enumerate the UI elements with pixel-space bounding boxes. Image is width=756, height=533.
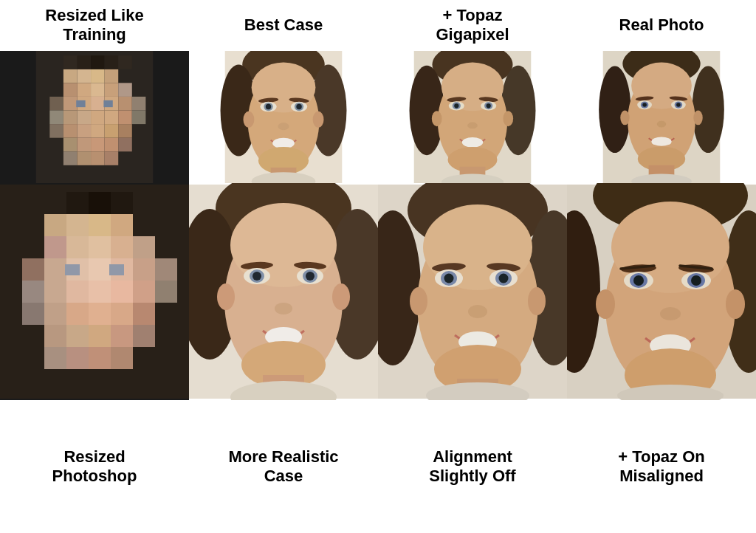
svg-rect-22: [118, 110, 132, 124]
svg-rect-30: [63, 137, 78, 151]
svg-rect-148: [44, 192, 66, 214]
svg-point-59: [296, 104, 301, 109]
svg-rect-116: [89, 236, 111, 258]
footer-topaz-misaligned: + Topaz OnMisaligned: [567, 400, 756, 533]
svg-rect-18: [63, 110, 78, 124]
svg-rect-127: [44, 281, 66, 303]
svg-point-85: [503, 111, 513, 126]
svg-rect-21: [105, 110, 119, 124]
svg-rect-114: [44, 236, 66, 258]
svg-rect-149: [66, 192, 89, 214]
svg-rect-146: [89, 347, 111, 369]
header-resized-training: Resized LikeTraining: [0, 0, 189, 51]
svg-point-82: [462, 137, 483, 148]
svg-rect-37: [91, 151, 105, 165]
svg-rect-133: [22, 303, 44, 325]
svg-rect-8: [105, 83, 119, 97]
svg-rect-129: [89, 281, 111, 303]
svg-rect-134: [44, 303, 66, 325]
svg-rect-138: [133, 303, 155, 325]
svg-point-190: [468, 305, 487, 318]
svg-rect-120: [44, 258, 66, 281]
svg-rect-118: [133, 236, 155, 258]
svg-point-167: [252, 272, 261, 281]
svg-rect-117: [111, 236, 133, 258]
image-best-case-top: [189, 51, 378, 184]
svg-rect-142: [111, 325, 133, 347]
svg-rect-11: [63, 97, 78, 111]
svg-rect-25: [63, 124, 78, 138]
svg-rect-13: [91, 97, 105, 111]
svg-point-84: [432, 111, 442, 126]
svg-rect-7: [91, 83, 105, 97]
svg-point-173: [332, 283, 350, 310]
svg-rect-24: [49, 124, 63, 138]
svg-point-58: [266, 104, 271, 109]
svg-rect-2: [77, 69, 91, 83]
svg-point-64: [313, 111, 324, 128]
svg-rect-145: [66, 347, 89, 369]
image-topaz-misaligned-bottom: [567, 183, 756, 400]
image-topaz-top: [378, 51, 567, 184]
svg-rect-26: [77, 124, 91, 138]
svg-rect-140: [66, 325, 89, 347]
svg-rect-124: [133, 258, 155, 281]
svg-point-214: [596, 289, 615, 319]
footer-alignment-off: AlignmentSlightly Off: [378, 400, 567, 533]
svg-rect-110: [44, 214, 66, 236]
svg-rect-10: [49, 97, 63, 111]
svg-rect-16: [132, 97, 146, 111]
svg-point-79: [454, 103, 458, 108]
image-pixelated-top: [0, 51, 189, 184]
svg-rect-38: [105, 151, 119, 165]
svg-rect-36: [77, 151, 91, 165]
svg-rect-113: [111, 214, 133, 236]
svg-point-189: [499, 274, 509, 283]
svg-point-80: [487, 103, 491, 108]
svg-point-193: [410, 287, 427, 315]
svg-rect-141: [89, 325, 111, 347]
svg-point-168: [306, 272, 315, 281]
svg-point-106: [693, 110, 702, 125]
svg-rect-4: [105, 69, 119, 83]
image-real-top: [567, 51, 756, 184]
footer-resized-photoshop: ResizedPhotoshop: [0, 400, 189, 533]
svg-rect-34: [118, 137, 132, 151]
svg-rect-45: [103, 100, 112, 107]
svg-rect-20: [91, 110, 105, 124]
svg-point-211: [660, 307, 681, 320]
svg-rect-32: [91, 137, 105, 151]
svg-rect-19: [77, 110, 91, 124]
svg-point-105: [620, 110, 629, 125]
svg-rect-42: [105, 55, 119, 69]
svg-rect-6: [77, 83, 91, 97]
svg-rect-132: [155, 281, 177, 303]
image-alignment-off-bottom: [378, 183, 567, 400]
svg-rect-40: [77, 55, 91, 69]
svg-rect-39: [63, 55, 78, 69]
svg-rect-131: [133, 281, 155, 303]
svg-rect-9: [118, 83, 132, 97]
svg-rect-35: [63, 151, 78, 165]
svg-rect-128: [66, 281, 89, 303]
svg-point-91: [692, 66, 724, 153]
svg-rect-147: [111, 347, 133, 369]
svg-rect-139: [44, 325, 66, 347]
svg-point-169: [275, 303, 292, 314]
svg-point-215: [726, 289, 745, 319]
svg-point-210: [691, 275, 701, 286]
svg-point-103: [651, 137, 671, 145]
svg-rect-122: [89, 258, 111, 281]
svg-rect-17: [49, 110, 63, 124]
svg-point-100: [642, 103, 647, 107]
svg-rect-5: [63, 83, 78, 97]
header-real-photo: Real Photo: [567, 0, 756, 51]
svg-point-63: [243, 111, 254, 128]
svg-rect-31: [77, 137, 91, 151]
svg-point-101: [676, 103, 681, 107]
svg-rect-112: [89, 214, 111, 236]
svg-rect-136: [89, 303, 111, 325]
comparison-grid: Resized LikeTraining Best Case + TopazGi…: [0, 0, 756, 533]
svg-rect-144: [44, 347, 66, 369]
header-topaz-gigapixel: + TopazGigapixel: [378, 0, 567, 51]
